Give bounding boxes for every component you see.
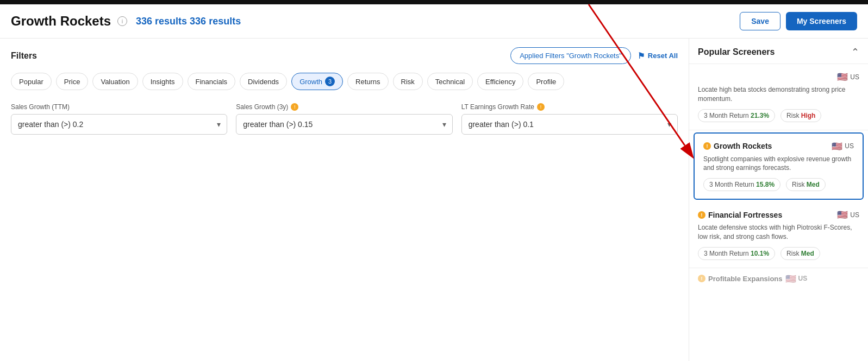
filter-tab-insights[interactable]: Insights xyxy=(142,73,183,90)
filter-tab-popular[interactable]: Popular xyxy=(11,73,52,90)
reset-icon: ⚑ xyxy=(638,51,645,61)
flag-emoji-growth-rockets: 🇺🇸 xyxy=(832,141,842,151)
screener-name-growth-rockets: !Growth Rockets xyxy=(703,142,772,150)
info-icon[interactable]: i xyxy=(117,16,127,26)
top-black-bar xyxy=(0,0,868,4)
right-panel: Popular Screeners ⌃ 🇺🇸 USLocate high bet… xyxy=(689,39,868,361)
collapse-panel-button[interactable]: ⌃ xyxy=(851,46,859,58)
filter-tab-dividends[interactable]: Dividends xyxy=(240,73,287,90)
screener-card-header-high-beta: 🇺🇸 US xyxy=(698,72,859,82)
tab-badge-growth: 3 xyxy=(325,77,335,86)
results-count[interactable]: 336 results 336 results xyxy=(136,16,241,27)
filter-info-icon-1: ! xyxy=(291,103,298,111)
return-badge-high-beta: 3 Month Return 21.3% xyxy=(698,109,775,122)
screener-faded-name-3: Profitable Expansions xyxy=(708,275,783,283)
filter-group-0: Sales Growth (TTM)greater than (>) 0.2 xyxy=(11,103,227,135)
screener-icon-growth-rockets: ! xyxy=(703,142,711,150)
screener-desc-growth-rockets: Spotlight companies with explosive reven… xyxy=(703,155,854,173)
screener-faded-icon-3: ! xyxy=(698,275,705,282)
screener-card-faded-3[interactable]: !Profitable Expansions🇺🇸 US xyxy=(689,268,868,289)
screener-metrics-financial-fortresses: 3 Month Return 10.1%Risk Med xyxy=(698,247,859,260)
flag-emoji-high-beta: 🇺🇸 xyxy=(837,72,848,82)
filter-tabs: PopularPriceValuationInsightsFinancialsD… xyxy=(11,73,678,90)
risk-value-growth-rockets: Med xyxy=(807,181,820,188)
screener-faded-flag-3: 🇺🇸 US xyxy=(785,274,808,284)
return-value-growth-rockets: 15.8% xyxy=(756,181,775,188)
filter-tab-price[interactable]: Price xyxy=(56,73,89,90)
popular-screeners-title: Popular Screeners xyxy=(698,47,775,57)
screener-card-header-financial-fortresses: !Financial Fortresses🇺🇸 US xyxy=(698,210,859,220)
screener-card-header-growth-rockets: !Growth Rockets🇺🇸 US xyxy=(703,141,854,151)
return-badge-growth-rockets: 3 Month Return 15.8% xyxy=(703,178,780,191)
screener-list: 🇺🇸 USLocate high beta stocks demonstrati… xyxy=(689,64,868,361)
page-header: Growth Rockets i 336 results 336 results… xyxy=(0,4,868,39)
screener-desc-high-beta: Locate high beta stocks demonstrating st… xyxy=(698,85,859,104)
filter-tab-financials[interactable]: Financials xyxy=(188,73,236,90)
filter-row: Sales Growth (TTM)greater than (>) 0.2Sa… xyxy=(11,103,678,135)
left-panel: Filters Applied Filters "Growth Rockets"… xyxy=(0,39,689,361)
reset-all-button[interactable]: ⚑ Reset All xyxy=(638,51,678,61)
screener-name-text-financial-fortresses: Financial Fortresses xyxy=(708,211,782,219)
screener-icon-financial-fortresses: ! xyxy=(698,211,705,219)
filter-tab-growth[interactable]: Growth3 xyxy=(291,73,343,90)
main-content: Filters Applied Filters "Growth Rockets"… xyxy=(0,39,868,361)
screener-name-text-growth-rockets: Growth Rockets xyxy=(714,142,772,150)
return-value-high-beta: 21.3% xyxy=(751,112,769,119)
filter-label-2: LT Earnings Growth Rate! xyxy=(461,103,678,111)
filter-info-icon-2: ! xyxy=(537,103,545,111)
filter-tab-efficiency[interactable]: Efficiency xyxy=(477,73,523,90)
filter-select-0[interactable]: greater than (>) 0.2 xyxy=(11,114,227,135)
filter-label-1: Sales Growth (3y)! xyxy=(236,103,452,111)
country-financial-fortresses: US xyxy=(850,211,859,219)
risk-badge-financial-fortresses: Risk Med xyxy=(780,247,820,260)
filters-actions: Applied Filters "Growth Rockets" ⚑ Reset… xyxy=(510,47,678,64)
filter-group-1: Sales Growth (3y)!greater than (>) 0.15 xyxy=(236,103,452,135)
country-high-beta: US xyxy=(850,73,859,81)
filters-title: Filters xyxy=(11,51,37,61)
filter-select-1[interactable]: greater than (>) 0.15 xyxy=(236,114,452,135)
filter-tab-returns[interactable]: Returns xyxy=(347,73,389,90)
country-growth-rockets: US xyxy=(845,142,854,150)
screener-card-financial-fortresses[interactable]: !Financial Fortresses🇺🇸 USLocate defensi… xyxy=(689,202,868,268)
filters-header: Filters Applied Filters "Growth Rockets"… xyxy=(11,47,678,64)
risk-value-financial-fortresses: Med xyxy=(801,250,814,257)
screener-card-high-beta[interactable]: 🇺🇸 USLocate high beta stocks demonstrati… xyxy=(689,64,868,130)
filter-label-0: Sales Growth (TTM) xyxy=(11,103,227,111)
filter-group-2: LT Earnings Growth Rate!greater than (>)… xyxy=(461,103,678,135)
filter-rows: Sales Growth (TTM)greater than (>) 0.2Sa… xyxy=(11,103,678,135)
filter-tab-risk[interactable]: Risk xyxy=(393,73,423,90)
filter-select-wrapper-1: greater than (>) 0.15 xyxy=(236,114,452,135)
filter-tab-profile[interactable]: Profile xyxy=(528,73,564,90)
popular-screeners-header: Popular Screeners ⌃ xyxy=(689,39,868,64)
risk-badge-high-beta: Risk High xyxy=(780,109,821,122)
screener-metrics-high-beta: 3 Month Return 21.3%Risk High xyxy=(698,109,859,122)
return-value-financial-fortresses: 10.1% xyxy=(751,250,769,257)
filter-tab-technical[interactable]: Technical xyxy=(427,73,473,90)
filter-tab-valuation[interactable]: Valuation xyxy=(92,73,138,90)
filter-select-2[interactable]: greater than (>) 0.1 xyxy=(461,114,678,135)
risk-badge-growth-rockets: Risk Med xyxy=(786,178,826,191)
save-button[interactable]: Save xyxy=(740,12,780,30)
flag-emoji-financial-fortresses: 🇺🇸 xyxy=(837,210,848,220)
screener-desc-financial-fortresses: Locate defensive stocks with high Piotro… xyxy=(698,223,859,242)
screener-faded-title-3: !Profitable Expansions🇺🇸 US xyxy=(698,274,859,284)
filter-select-wrapper-2: greater than (>) 0.1 xyxy=(461,114,678,135)
reset-all-label: Reset All xyxy=(648,52,678,60)
applied-filters-button[interactable]: Applied Filters "Growth Rockets" xyxy=(510,47,631,64)
screener-flag-financial-fortresses: 🇺🇸 US xyxy=(837,210,859,220)
screener-flag-growth-rockets: 🇺🇸 US xyxy=(832,141,854,151)
screener-flag-high-beta: 🇺🇸 US xyxy=(837,72,859,82)
screener-card-growth-rockets[interactable]: !Growth Rockets🇺🇸 USSpotlight companies … xyxy=(694,132,864,200)
risk-value-high-beta: High xyxy=(801,112,816,119)
return-badge-financial-fortresses: 3 Month Return 10.1% xyxy=(698,247,775,260)
my-screeners-button[interactable]: My Screeners xyxy=(786,12,857,30)
header-actions: Save My Screeners xyxy=(740,12,857,30)
page-title: Growth Rockets xyxy=(11,14,111,29)
filter-select-wrapper-0: greater than (>) 0.2 xyxy=(11,114,227,135)
screener-name-financial-fortresses: !Financial Fortresses xyxy=(698,211,782,219)
screener-metrics-growth-rockets: 3 Month Return 15.8%Risk Med xyxy=(703,178,854,191)
